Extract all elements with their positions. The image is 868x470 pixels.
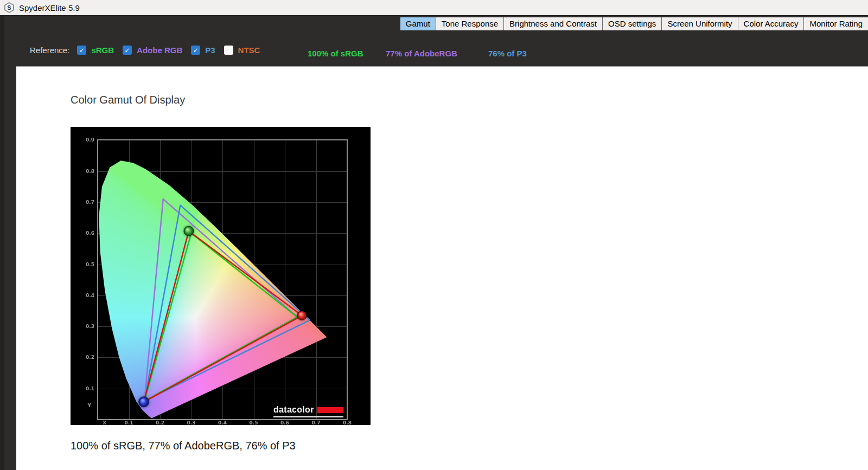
reference-option-label-p3[interactable]: P3 [205,46,215,55]
content-panel: Color Gamut Of Display datacolor 100% of… [16,66,868,470]
title-bar: S SpyderXElite 5.9 [0,0,868,16]
tab-color-accuracy[interactable]: Color Accuracy [738,17,804,30]
tab-tone-response[interactable]: Tone Response [436,17,503,30]
tab-gamut[interactable]: Gamut [400,17,436,30]
page-title: Color Gamut Of Display [71,94,185,106]
reference-option-label-adobe-rgb[interactable]: Adobe RGB [137,46,182,55]
datacolor-logo-bar [317,407,343,413]
coverage-result-3: 76% of P3 [488,49,527,58]
reference-options: ✓sRGB✓Adobe RGB✓P3NTSC [77,46,269,55]
cie-diagram-canvas [71,127,371,425]
gamut-chart: datacolor [71,127,371,425]
checkbox-p3[interactable]: ✓ [191,46,200,55]
coverage-result-1: 100% of sRGB [308,49,363,58]
app-title: SpyderXElite 5.9 [19,3,80,12]
reference-option-label-ntsc[interactable]: NTSC [238,46,260,55]
coverage-summary: 100% of sRGB, 77% of AdobeRGB, 76% of P3 [71,440,296,452]
datacolor-logo: datacolor [273,405,343,417]
app-logo-letter: S [7,4,11,11]
reference-row: Reference: ✓sRGB✓Adobe RGB✓P3NTSC [30,46,269,55]
checkbox-ntsc[interactable] [224,46,233,55]
tab-bar: GamutTone ResponseBrightness and Contras… [400,17,868,30]
reference-option-srgb: ✓sRGB [77,46,114,55]
tab-osd-settings[interactable]: OSD settings [602,17,661,30]
checkbox-srgb[interactable]: ✓ [77,46,86,55]
tab-screen-uniformity[interactable]: Screen Uniformity [661,17,737,30]
tab-brightness-and-contrast[interactable]: Brightness and Contrast [503,17,602,30]
reference-label: Reference: [30,46,69,55]
app-logo-icon: S [3,2,15,14]
tab-monitor-rating[interactable]: Monitor Rating [803,17,868,30]
coverage-result-2: 77% of AdobeRGB [386,49,457,58]
datacolor-logo-text: datacolor [273,405,314,415]
left-edge-strip [0,16,4,470]
checkbox-adobe-rgb[interactable]: ✓ [123,46,132,55]
reference-option-label-srgb[interactable]: sRGB [91,46,114,55]
reference-option-ntsc: NTSC [224,46,260,55]
reference-option-adobe-rgb: ✓Adobe RGB [123,46,182,55]
reference-option-p3: ✓P3 [191,46,215,55]
